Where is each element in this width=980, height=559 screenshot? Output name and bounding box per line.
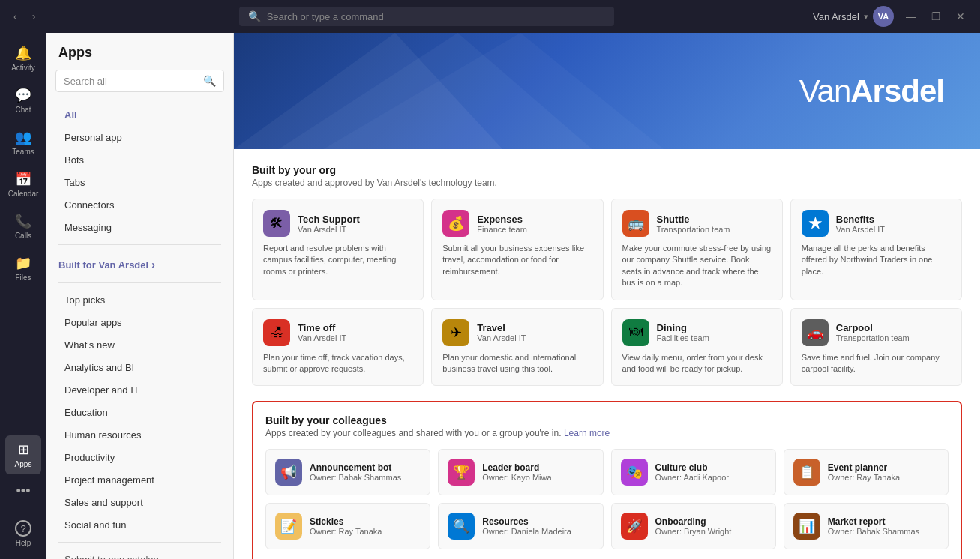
colleague-header: 🏆 Leader board Owner: Kayo Miwa — [448, 459, 593, 486]
sidebar-submit-catalog[interactable]: Submit to app catalog — [52, 549, 227, 559]
colleagues-subtitle-text: Apps created by your colleagues and shar… — [265, 428, 562, 438]
colleague-card-resources[interactable]: 🔍 Resources Owner: Daniela Madeira — [438, 503, 603, 549]
colleague-card-stickies[interactable]: 📝 Stickies Owner: Ray Tanaka — [265, 503, 430, 549]
sidebar-nav-whats-new[interactable]: What's new — [52, 334, 227, 356]
sidebar-nav-analytics[interactable]: Analytics and BI — [52, 357, 227, 378]
maximize-button[interactable]: ❐ — [925, 7, 947, 25]
app-team: Facilities team — [657, 333, 709, 342]
sidebar-search-bar[interactable]: 🔍 — [55, 70, 224, 92]
close-button[interactable]: ✕ — [950, 7, 971, 25]
app-card-benefits[interactable]: ★ Benefits Van Arsdel IT Manage all the … — [790, 199, 962, 300]
sidebar-nav-tabs[interactable]: Tabs — [52, 172, 227, 193]
avatar: VA — [873, 6, 894, 27]
activity-icon: 🔔 — [15, 45, 31, 61]
sidebar-nav-all[interactable]: All — [52, 104, 227, 126]
sidebar-nav-social[interactable]: Social and fun — [52, 514, 227, 536]
expenses-icon: 💰 — [442, 210, 469, 237]
sidebar-search-input[interactable] — [64, 76, 197, 87]
app-desc: Save time and fuel. Join our company car… — [802, 352, 951, 375]
colleague-card-leader-board[interactable]: 🏆 Leader board Owner: Kayo Miwa — [438, 449, 603, 495]
built-for-header[interactable]: Built for Van Arsdel › — [46, 251, 233, 277]
sidebar-item-teams[interactable]: 👥 Teams — [5, 123, 41, 162]
app-card-travel[interactable]: ✈ Travel Van Arsdel IT Plan your domesti… — [431, 308, 603, 387]
sidebar-item-chat[interactable]: 💬 Chat — [5, 81, 41, 120]
sidebar-item-activity[interactable]: 🔔 Activity — [5, 39, 41, 78]
user-info[interactable]: Van Arsdel ▾ VA — [813, 6, 894, 27]
sidebar-item-calls[interactable]: 📞 Calls — [5, 207, 41, 246]
sidebar-nav-productivity[interactable]: Productivity — [52, 447, 227, 468]
app-name: Dining — [657, 322, 709, 333]
sidebar-divider — [58, 244, 221, 245]
app-team: Van Arsdel IT — [298, 225, 360, 234]
app-name: Travel — [477, 322, 526, 333]
sidebar-item-calendar[interactable]: 📅 Calendar — [5, 165, 41, 204]
sidebar-item-label: Calendar — [8, 190, 39, 198]
colleague-card-event-planner[interactable]: 📋 Event planner Owner: Ray Tanaka — [784, 449, 949, 495]
sidebar-nav-connectors[interactable]: Connectors — [52, 194, 227, 216]
app-team: Van Arsdel IT — [298, 333, 346, 342]
sidebar-nav-developer[interactable]: Developer and IT — [52, 379, 227, 401]
search-icon: 🔍 — [203, 75, 216, 87]
app-card-carpool[interactable]: 🚗 Carpool Transportation team Save time … — [790, 308, 962, 387]
apps-icon: ⊞ — [18, 441, 29, 458]
colleague-card-market-report[interactable]: 📊 Market report Owner: Babak Shammas — [784, 503, 949, 549]
app-desc: Submit all your business expenses like t… — [442, 243, 592, 277]
colleague-owner: Owner: Kayo Miwa — [482, 473, 551, 482]
stickies-icon: 📝 — [275, 513, 302, 540]
colleague-card-culture-club[interactable]: 🎭 Culture club Owner: Aadi Kapoor — [611, 449, 776, 495]
sidebar-nav-bots[interactable]: Bots — [52, 149, 227, 171]
app-card-header: 🚗 Carpool Transportation team — [802, 319, 951, 346]
app-card-time-off[interactable]: 🏖 Time off Van Arsdel IT Plan your time … — [252, 308, 424, 387]
colleague-card-onboarding[interactable]: 🚀 Onboarding Owner: Bryan Wright — [611, 503, 776, 549]
app-name: Expenses — [477, 214, 527, 225]
colleague-card-announcement-bot[interactable]: 📢 Announcement bot Owner: Babak Shammas — [265, 449, 430, 495]
app-card-header: 🛠 Tech Support Van Arsdel IT — [263, 210, 412, 237]
learn-more-link[interactable]: Learn more — [564, 428, 610, 438]
colleagues-grid: 📢 Announcement bot Owner: Babak Shammas … — [265, 449, 949, 549]
colleague-owner: Owner: Ray Tanaka — [310, 527, 382, 536]
benefits-icon: ★ — [802, 210, 829, 237]
content-inner: Built by your org Apps created and appro… — [234, 149, 980, 559]
minimize-button[interactable]: — — [900, 7, 922, 25]
banner-logo: VanArsdel — [799, 73, 944, 109]
sidebar-nav-top-picks[interactable]: Top picks — [52, 289, 227, 311]
colleague-header: 📝 Stickies Owner: Ray Tanaka — [275, 513, 421, 540]
calendar-icon: 📅 — [15, 171, 31, 187]
title-search-bar[interactable]: 🔍 — [239, 7, 614, 26]
app-card-header: 💰 Expenses Finance team — [442, 210, 592, 237]
back-button[interactable]: ‹ — [9, 7, 22, 25]
sidebar-item-help[interactable]: ? Help — [5, 514, 41, 553]
time-off-icon: 🏖 — [263, 319, 290, 346]
teams-icon: 👥 — [15, 129, 31, 145]
market-report-icon: 📊 — [793, 513, 820, 540]
title-bar-right: Van Arsdel ▾ VA — ❐ ✕ — [813, 6, 971, 27]
sidebar-nav-sales[interactable]: Sales and support — [52, 492, 227, 513]
sidebar-item-apps[interactable]: ⊞ Apps — [5, 435, 41, 474]
sidebar-nav-messaging[interactable]: Messaging — [52, 217, 227, 238]
sidebar-item-label: Files — [15, 274, 31, 282]
app-card-tech-support[interactable]: 🛠 Tech Support Van Arsdel IT Report and … — [252, 199, 424, 300]
username-label: Van Arsdel — [813, 11, 859, 22]
forward-button[interactable]: › — [28, 7, 40, 25]
app-team: Van Arsdel IT — [836, 225, 885, 234]
colleague-name: Event planner — [828, 462, 900, 473]
sidebar-nav-education[interactable]: Education — [52, 402, 227, 423]
sidebar-nav-popular[interactable]: Popular apps — [52, 312, 227, 333]
app-card-header: 🏖 Time off Van Arsdel IT — [263, 319, 412, 346]
app-card-expenses[interactable]: 💰 Expenses Finance team Submit all your … — [431, 199, 603, 300]
sidebar-nav-project[interactable]: Project management — [52, 469, 227, 491]
colleague-header: 📋 Event planner Owner: Ray Tanaka — [793, 459, 939, 486]
app-card-shuttle[interactable]: 🚌 Shuttle Transportation team Make your … — [611, 199, 783, 300]
sidebar-nav-human-resources[interactable]: Human resources — [52, 424, 227, 446]
dining-icon: 🍽 — [622, 319, 649, 346]
app-team: Transportation team — [657, 225, 730, 234]
left-nav: 🔔 Activity 💬 Chat 👥 Teams 📅 Calendar 📞 C… — [0, 33, 46, 559]
sidebar-item-label: Activity — [11, 64, 35, 72]
sidebar-item-more[interactable]: ••• — [5, 477, 41, 505]
sidebar-nav-personal[interactable]: Personal app — [52, 127, 227, 148]
sidebar-item-label: Chat — [15, 106, 31, 114]
app-card-dining[interactable]: 🍽 Dining Facilities team View daily menu… — [611, 308, 783, 387]
title-search-input[interactable] — [267, 11, 605, 22]
window-controls: — ❐ ✕ — [900, 7, 971, 25]
sidebar-item-files[interactable]: 📁 Files — [5, 249, 41, 288]
